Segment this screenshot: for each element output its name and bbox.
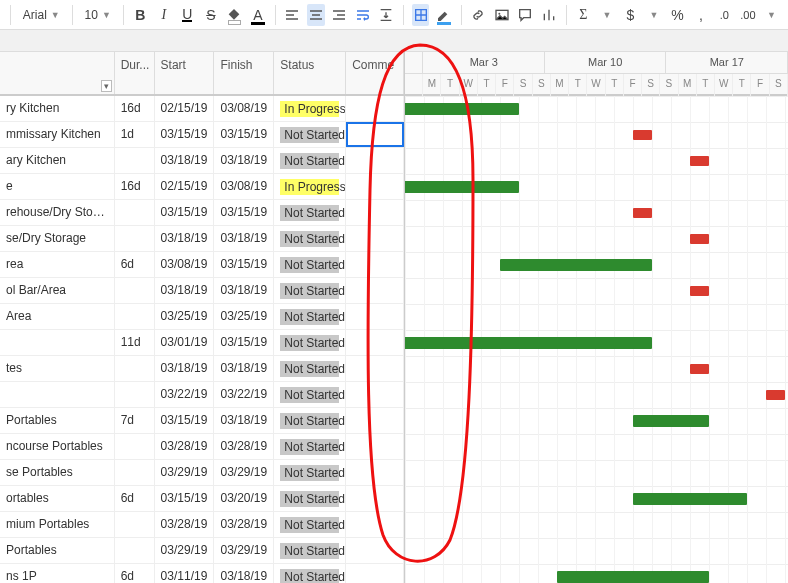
cell-start[interactable]: 03/01/19 (155, 330, 215, 355)
cell-name[interactable]: mium Portables (0, 512, 115, 537)
dropdown-button[interactable]: ▼ (598, 4, 616, 26)
cell-status[interactable]: In Progress (274, 96, 346, 121)
cell-comments[interactable] (346, 252, 404, 277)
underline-button[interactable]: U (179, 4, 197, 26)
gantt-body[interactable] (405, 96, 788, 583)
gantt-task-bar[interactable] (405, 337, 652, 349)
cell-duration[interactable] (115, 278, 155, 303)
cell-duration[interactable]: 16d (115, 174, 155, 199)
cell-finish[interactable]: 03/15/19 (214, 252, 274, 277)
gantt-milestone-bar[interactable] (690, 286, 709, 296)
cell-comments[interactable] (346, 174, 404, 199)
cell-name[interactable]: ns 1P (0, 564, 115, 583)
cell-start[interactable]: 03/22/19 (155, 382, 215, 407)
cell-duration[interactable] (115, 200, 155, 225)
cell-name[interactable]: ncourse Portables (0, 434, 115, 459)
gantt-task-bar[interactable] (633, 415, 709, 427)
currency-button[interactable]: $ (622, 4, 640, 26)
table-row[interactable]: ol Bar/Area03/18/1903/18/19Not Started (0, 278, 404, 304)
cell-finish[interactable]: 03/18/19 (214, 408, 274, 433)
insert-chart-button[interactable] (540, 4, 558, 26)
cell-finish[interactable]: 03/18/19 (214, 226, 274, 251)
cell-status[interactable]: Not Started (274, 382, 346, 407)
insert-image-button[interactable] (493, 4, 511, 26)
cell-comments[interactable] (346, 304, 404, 329)
gantt-task-bar[interactable] (557, 571, 709, 583)
cell-status[interactable]: Not Started (274, 512, 346, 537)
cell-comments[interactable] (346, 486, 404, 511)
cell-comments[interactable] (346, 278, 404, 303)
table-row[interactable]: ns 1P6d03/11/1903/18/19Not Started (0, 564, 404, 583)
col-header-status[interactable]: Status (274, 52, 346, 94)
cell-finish[interactable]: 03/18/19 (214, 148, 274, 173)
cell-duration[interactable] (115, 434, 155, 459)
cell-comments[interactable] (346, 356, 404, 381)
table-row[interactable]: e16d02/15/1903/08/19In Progress (0, 174, 404, 200)
cell-finish[interactable]: 03/18/19 (214, 356, 274, 381)
increase-decimal-button[interactable]: .00 (739, 4, 757, 26)
cell-status[interactable]: Not Started (274, 252, 346, 277)
cell-name[interactable] (0, 330, 115, 355)
cell-status[interactable]: Not Started (274, 538, 346, 563)
wrap-text-button[interactable] (354, 4, 372, 26)
gantt-milestone-bar[interactable] (690, 156, 709, 166)
cell-duration[interactable]: 1d (115, 122, 155, 147)
align-right-button[interactable] (331, 4, 349, 26)
cell-finish[interactable]: 03/08/19 (214, 96, 274, 121)
cell-duration[interactable] (115, 226, 155, 251)
cell-duration[interactable] (115, 304, 155, 329)
table-row[interactable]: 03/22/1903/22/19Not Started (0, 382, 404, 408)
cell-status[interactable]: Not Started (274, 408, 346, 433)
cell-status[interactable]: Not Started (274, 148, 346, 173)
align-left-button[interactable] (284, 4, 302, 26)
cell-duration[interactable]: 16d (115, 96, 155, 121)
cell-comments[interactable] (346, 408, 404, 433)
cell-finish[interactable]: 03/28/19 (214, 512, 274, 537)
thousands-button[interactable]: , (692, 4, 710, 26)
cell-name[interactable]: rea (0, 252, 115, 277)
cell-duration[interactable] (115, 382, 155, 407)
cell-status[interactable]: In Progress (274, 174, 346, 199)
cell-comments[interactable] (346, 460, 404, 485)
cell-status[interactable]: Not Started (274, 564, 346, 583)
cell-start[interactable]: 03/25/19 (155, 304, 215, 329)
table-row[interactable]: Portables7d03/15/1903/18/19Not Started (0, 408, 404, 434)
cell-name[interactable]: se Portables (0, 460, 115, 485)
cell-comments[interactable] (346, 226, 404, 251)
highlight-button[interactable] (435, 4, 453, 26)
cell-duration[interactable]: 6d (115, 564, 155, 583)
table-row[interactable]: rehouse/Dry Storage03/15/1903/15/19Not S… (0, 200, 404, 226)
cell-name[interactable]: ary Kitchen (0, 148, 115, 173)
font-family-select[interactable]: Arial ▼ (19, 6, 64, 24)
gantt-milestone-bar[interactable] (766, 390, 785, 400)
cell-status[interactable]: Not Started (274, 330, 346, 355)
cell-comments[interactable] (346, 96, 404, 121)
cell-start[interactable]: 03/18/19 (155, 278, 215, 303)
cell-duration[interactable] (115, 512, 155, 537)
cell-start[interactable]: 03/18/19 (155, 356, 215, 381)
cell-start[interactable]: 03/18/19 (155, 148, 215, 173)
cell-start[interactable]: 03/11/19 (155, 564, 215, 583)
table-row[interactable]: 11d03/01/1903/15/19Not Started (0, 330, 404, 356)
cell-finish[interactable]: 03/29/19 (214, 460, 274, 485)
borders-button[interactable] (412, 4, 430, 26)
table-row[interactable]: se Portables03/29/1903/29/19Not Started (0, 460, 404, 486)
gantt-milestone-bar[interactable] (633, 208, 652, 218)
fill-color-button[interactable] (226, 4, 244, 26)
gantt-task-bar[interactable] (500, 259, 652, 271)
cell-start[interactable]: 03/18/19 (155, 226, 215, 251)
cell-status[interactable]: Not Started (274, 200, 346, 225)
dropdown-button[interactable]: ▼ (645, 4, 663, 26)
table-row[interactable]: ortables6d03/15/1903/20/19Not Started (0, 486, 404, 512)
sum-button[interactable]: Σ (575, 4, 593, 26)
cell-finish[interactable]: 03/29/19 (214, 538, 274, 563)
cell-status[interactable]: Not Started (274, 304, 346, 329)
cell-start[interactable]: 03/29/19 (155, 460, 215, 485)
align-center-button[interactable] (307, 4, 325, 26)
table-row[interactable]: mium Portables03/28/1903/28/19Not Starte… (0, 512, 404, 538)
cell-finish[interactable]: 03/28/19 (214, 434, 274, 459)
cell-status[interactable]: Not Started (274, 434, 346, 459)
cell-finish[interactable]: 03/15/19 (214, 122, 274, 147)
cell-start[interactable]: 03/15/19 (155, 122, 215, 147)
cell-duration[interactable]: 11d (115, 330, 155, 355)
